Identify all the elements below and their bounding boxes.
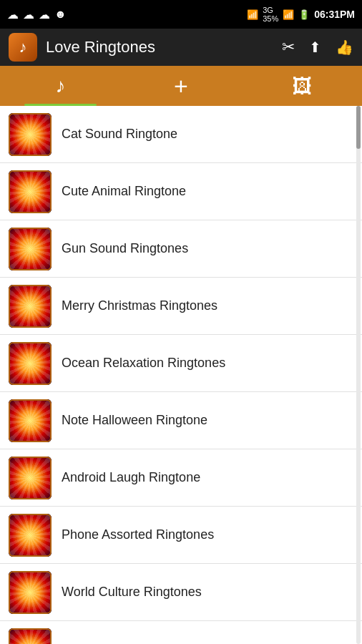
list-item[interactable]: Phone Assorted Ringtones — [0, 507, 362, 564]
ringtone-title: Cute Animal Ringtone — [62, 184, 353, 199]
battery-icon: 🔋 — [298, 9, 310, 20]
list-item[interactable]: Ocean Relaxation Ringtones — [0, 335, 362, 392]
status-bar-right: 📶 3G35% 📶 🔋 06:31PM — [247, 6, 355, 23]
ringtone-list: Cat Sound Ringtone Cute Animal Ringtone … — [0, 106, 362, 644]
ringtone-thumbnail — [9, 342, 52, 385]
network-indicator: 3G35% — [263, 6, 278, 23]
ringtone-thumbnail — [9, 628, 52, 645]
ringtone-title: Merry Christmas Ringtones — [62, 298, 353, 313]
list-item[interactable]: Merry Christmas Ringtones — [0, 278, 362, 335]
ringtone-title: Ocean Relaxation Ringtones — [62, 356, 353, 371]
list-item[interactable]: World Culture Ringtones — [0, 564, 362, 621]
tab-add[interactable]: + — [121, 66, 242, 106]
list-item[interactable]: Cat Sound Ringtone — [0, 106, 362, 163]
ringtone-title: World Culture Ringtones — [62, 585, 353, 600]
status-bar-left: ☁ ☁ ☁ ☻ — [7, 8, 67, 21]
ringtone-thumbnail — [9, 113, 52, 156]
ringtone-title: Phone Assorted Ringtones — [62, 527, 353, 542]
ringtone-title: Cat Sound Ringtone — [62, 127, 353, 142]
music-tab-icon: ♪ — [55, 74, 65, 97]
list-item[interactable]: Halloween Scary Ringtone — [0, 621, 362, 644]
tab-music[interactable]: ♪ — [0, 66, 121, 106]
list-item[interactable]: Cute Animal Ringtone — [0, 163, 362, 220]
ringtone-thumbnail — [9, 285, 52, 328]
app-icon: ♪ — [9, 33, 37, 62]
ringtone-thumbnail — [9, 514, 52, 557]
scrollbar[interactable] — [356, 106, 361, 644]
list-item[interactable]: Note Halloween Ringtone — [0, 392, 362, 449]
ringtone-title: Gun Sound Ringtones — [62, 241, 353, 256]
scrollbar-thumb[interactable] — [356, 106, 361, 149]
title-bar: ♪ Love Ringtones ✂ ⬆ 👍 — [0, 29, 362, 66]
ringtone-title: Android Laugh Ringtone — [62, 470, 353, 485]
title-bar-actions: ✂ ⬆ 👍 — [282, 38, 353, 57]
ringtone-thumbnail — [9, 399, 52, 442]
android-robot-icon: ☻ — [54, 8, 67, 21]
list-item[interactable]: Android Laugh Ringtone — [0, 449, 362, 507]
music-note-icon: ♪ — [19, 38, 27, 57]
cloud-icon-1: ☁ — [7, 8, 19, 21]
scissors-icon[interactable]: ✂ — [282, 38, 295, 57]
thumbsup-icon[interactable]: 👍 — [336, 39, 353, 56]
title-bar-left: ♪ Love Ringtones — [9, 33, 155, 62]
cloud-icon-2: ☁ — [23, 8, 34, 21]
status-bar: ☁ ☁ ☁ ☻ 📶 3G35% 📶 🔋 06:31PM — [0, 0, 362, 29]
ringtone-thumbnail — [9, 170, 52, 213]
app-title: Love Ringtones — [46, 38, 155, 57]
ringtone-thumbnail — [9, 457, 52, 499]
wifi-icon: 📶 — [247, 9, 258, 20]
list-item[interactable]: Gun Sound Ringtones — [0, 220, 362, 278]
cloud-icon-3: ☁ — [39, 8, 50, 21]
share-icon[interactable]: ⬆ — [309, 39, 321, 56]
image-tab-icon: 🖼 — [292, 74, 312, 98]
add-tab-icon: + — [174, 72, 188, 100]
ringtone-thumbnail — [9, 228, 52, 270]
time-display: 06:31PM — [314, 9, 355, 20]
ringtone-thumbnail — [9, 571, 52, 614]
signal-icon: 📶 — [283, 9, 294, 20]
tab-image[interactable]: 🖼 — [241, 66, 362, 106]
ringtone-title: Note Halloween Ringtone — [62, 413, 353, 428]
tab-bar: ♪ + 🖼 — [0, 66, 362, 106]
